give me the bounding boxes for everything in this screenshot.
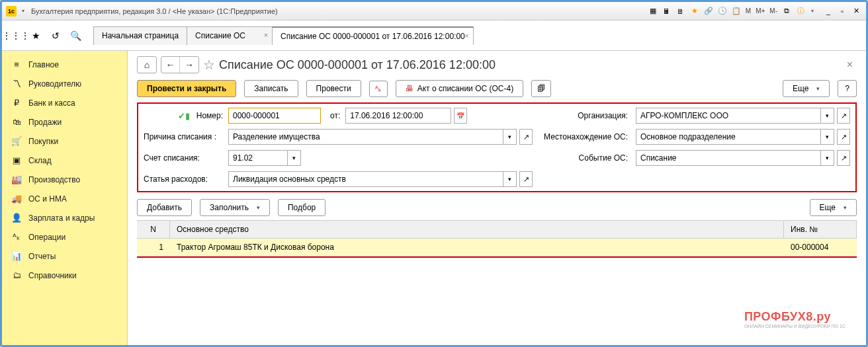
dropdown-button[interactable]: ▾ (503, 171, 517, 187)
sidebar-item-bank[interactable]: ₽Банк и касса (2, 93, 127, 112)
dropdown-button[interactable]: ▾ (821, 150, 834, 166)
sidebar-item-main[interactable]: ≡Главное (2, 55, 127, 74)
favorite-toggle[interactable]: ☆ (203, 57, 215, 73)
maximize-button[interactable]: ▫ (836, 5, 848, 17)
help-button[interactable]: ? (838, 80, 857, 97)
sidebar-item-reports[interactable]: 📊Отчеты (2, 247, 127, 266)
col-asset[interactable]: Основное средство (170, 221, 784, 238)
attachments-button[interactable]: 🗐 (531, 80, 551, 97)
reason-label: Причина списания : (144, 132, 223, 141)
window-title: Бухгалтерия предприятия, редакция 3.0 / … (31, 7, 647, 15)
posted-icon: ✔▮ (178, 111, 190, 121)
close-icon[interactable]: × (464, 32, 468, 40)
search-icon[interactable]: 🔍 (68, 28, 83, 43)
tab-bar: Начальная страница Списание ОС× Списание… (93, 26, 473, 45)
apps-icon[interactable]: ⋮⋮⋮ (9, 28, 23, 43)
tab-home[interactable]: Начальная страница (93, 26, 187, 45)
close-icon[interactable]: × (264, 31, 268, 39)
fill-button[interactable]: Заполнить (200, 199, 270, 216)
save-button[interactable]: Записать (244, 80, 298, 97)
form-area: ✔▮ Номер: от: 📅 Организация: ▾ ↗ Причина… (137, 102, 857, 192)
sidebar-item-sales[interactable]: 🛍Продажи (2, 112, 127, 132)
sidebar-item-directories[interactable]: 🗂Справочники (2, 266, 127, 285)
favorite-icon[interactable]: ★ (28, 28, 43, 43)
expense-label: Статья расходов: (144, 174, 223, 184)
factory-icon: 🏭 (11, 174, 22, 184)
truck-icon: 🚚 (11, 194, 22, 204)
event-field: ▾ ↗ (636, 150, 850, 166)
app-window: 1c ▾ Бухгалтерия предприятия, редакция 3… (0, 0, 868, 347)
info-icon[interactable]: ⓘ (795, 5, 806, 17)
open-button[interactable]: ↗ (837, 108, 850, 124)
m-button[interactable]: M (744, 7, 752, 15)
table-row[interactable]: 1 Трактор Агромаш 85ТК и Дисковая борона… (137, 239, 857, 256)
sidebar-item-payroll[interactable]: 👤Зарплата и кадры (2, 208, 127, 227)
person-icon: 👤 (11, 213, 22, 223)
event-input[interactable] (636, 150, 821, 166)
sidebar-item-warehouse[interactable]: ▣Склад (2, 151, 127, 170)
sidebar-item-purchases[interactable]: 🛒Покупки (2, 132, 127, 151)
date-input[interactable] (345, 108, 451, 124)
home-button[interactable]: ⌂ (137, 56, 157, 73)
dropdown-button[interactable]: ▾ (503, 129, 517, 145)
page-close-button[interactable]: × (843, 59, 857, 71)
boxes-icon: ▣ (11, 155, 22, 165)
m-plus-button[interactable]: M+ (754, 7, 766, 15)
back-button[interactable]: ← (161, 57, 180, 73)
post-button[interactable]: Провести (306, 80, 361, 97)
m-minus-button[interactable]: M- (768, 7, 779, 15)
location-field: ▾ ↗ (636, 129, 850, 145)
calc-icon[interactable]: 🖩 (661, 5, 673, 17)
report-icon: 📊 (11, 251, 22, 261)
open-button[interactable]: ↗ (837, 129, 850, 145)
location-input[interactable] (636, 129, 821, 145)
pick-button[interactable]: Подбор (278, 199, 326, 216)
red-divider (137, 256, 857, 258)
transactions-button[interactable]: ᴬₖ (369, 81, 388, 97)
clock-icon[interactable]: 🕓 (716, 5, 728, 17)
ruble-icon: ₽ (11, 98, 22, 108)
dropdown-button[interactable]: ▾ (821, 108, 834, 124)
link-icon[interactable]: 🔗 (703, 5, 715, 17)
calendar-icon[interactable]: 📋 (730, 5, 742, 17)
tab-writeoff-doc[interactable]: Списание ОС 0000-000001 от 17.06.2016 12… (272, 26, 474, 45)
grid-icon[interactable]: ▦ (647, 5, 659, 17)
forward-button[interactable]: → (180, 57, 198, 73)
cell-n: 1 (137, 239, 170, 256)
titlebar-dropdown-icon[interactable]: ▾ (22, 8, 28, 14)
star-icon[interactable]: ★ (689, 5, 701, 17)
doc-icon[interactable]: 🗎 (675, 5, 687, 17)
dropdown-button[interactable]: ▾ (821, 129, 834, 145)
tab-writeoff-list[interactable]: Списание ОС× (187, 26, 273, 45)
event-label: Событие ОС: (538, 153, 630, 163)
col-n[interactable]: N (137, 221, 170, 238)
reason-input[interactable] (228, 129, 503, 145)
post-and-close-button[interactable]: Провести и закрыть (137, 80, 236, 97)
expense-input[interactable] (228, 171, 503, 187)
sidebar-item-production[interactable]: 🏭Производство (2, 170, 127, 189)
add-button[interactable]: Добавить (137, 199, 192, 216)
sidebar-item-manager[interactable]: 〽Руководителю (2, 74, 127, 93)
dropdown-button[interactable]: ▾ (288, 150, 301, 166)
sidebar-item-assets[interactable]: 🚚ОС и НМА (2, 189, 127, 208)
history-icon[interactable]: ↺ (48, 28, 63, 43)
sidebar-item-operations[interactable]: ᴬₖОперации (2, 227, 127, 247)
list-more-button[interactable]: Еще (810, 199, 857, 216)
clip-icon: 🗐 (537, 84, 545, 93)
info-dropdown-icon[interactable]: ▾ (811, 8, 818, 14)
minimize-button[interactable]: _ (822, 5, 834, 17)
more-button[interactable]: Еще (783, 80, 830, 97)
org-input[interactable] (636, 108, 821, 124)
act-os4-button[interactable]: 🖶Акт о списании ОС (ОС-4) (396, 80, 523, 97)
open-button[interactable]: ↗ (519, 129, 533, 145)
account-input[interactable] (228, 150, 288, 166)
window-icon[interactable]: ⧉ (781, 5, 793, 17)
open-button[interactable]: ↗ (837, 150, 850, 166)
number-input[interactable] (228, 108, 321, 124)
menu-icon: ≡ (11, 59, 22, 69)
close-button[interactable]: ✕ (850, 5, 862, 17)
calendar-button[interactable]: 📅 (454, 108, 467, 124)
col-inv[interactable]: Инв. № (784, 221, 857, 238)
page-header: ⌂ ← → ☆ Списание ОС 0000-000001 от 17.06… (137, 56, 857, 73)
open-button[interactable]: ↗ (519, 171, 533, 187)
